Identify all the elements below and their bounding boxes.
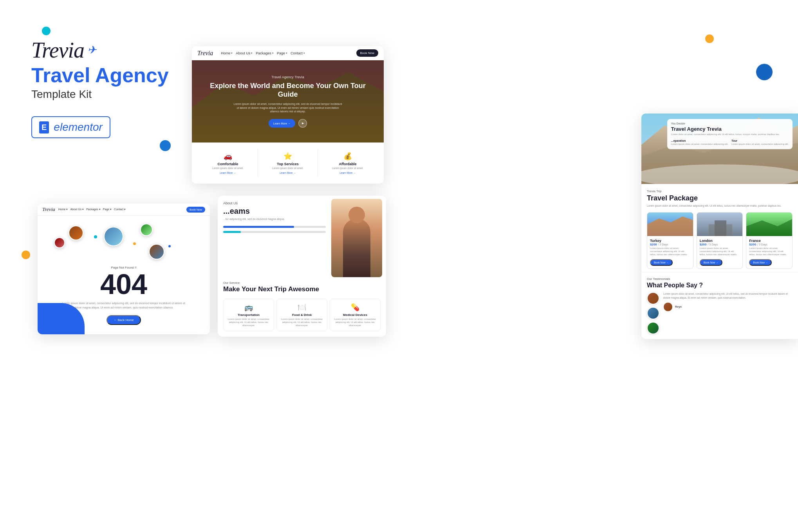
circle-4 bbox=[54, 237, 65, 248]
hero-label: Travel Agency Trevia bbox=[271, 75, 304, 79]
agency-title: Travel Agency Trevia bbox=[671, 126, 789, 132]
back-home-btn[interactable]: ← Back Home bbox=[107, 315, 141, 325]
france-book-btn[interactable]: Book Now → bbox=[749, 259, 772, 266]
404-nav-logo: Trevia bbox=[42, 206, 55, 213]
testimonials-title: What People Say ? bbox=[647, 282, 793, 289]
svg-point-1 bbox=[641, 164, 798, 184]
nav-item-about[interactable]: About Us ▾ bbox=[236, 51, 253, 55]
brand-tagline-main: Travel Agency bbox=[31, 64, 180, 87]
dot-blue-right bbox=[756, 64, 773, 80]
test-avatars bbox=[647, 292, 659, 334]
france-card-img bbox=[746, 213, 792, 236]
tour-text: Lorem ipsum dolor sit amet, consectetur … bbox=[731, 143, 789, 146]
hero-bg bbox=[192, 60, 384, 142]
svc-food: 🍽️ Food & Drink Lorem ipsum dolor sit am… bbox=[276, 299, 327, 331]
hero-buttons: Learn More → ▶ bbox=[269, 119, 307, 128]
404-nav-packages[interactable]: Packages ▾ bbox=[86, 208, 101, 211]
404-nav-about[interactable]: About Us ▾ bbox=[70, 208, 84, 211]
transportation-icon: 🚌 bbox=[226, 303, 271, 312]
feature-comfortable-link[interactable]: Learn More → bbox=[201, 171, 255, 174]
france-duration: / 3 Days bbox=[757, 243, 767, 246]
person-image-col bbox=[331, 196, 386, 277]
services-label-section: Our Service Make Your Next Trip Awesome bbox=[218, 277, 386, 296]
food-title: Food & Drink bbox=[279, 313, 325, 317]
404-book-btn[interactable]: Book Now bbox=[186, 207, 205, 213]
tp-sub-label: Trevia Trip bbox=[647, 189, 793, 193]
404-nav-home[interactable]: Home ▾ bbox=[58, 208, 68, 211]
you-decide-label: You Decide bbox=[671, 122, 789, 125]
about-preview-card: About Us ...eams ...tur adipiscing elit,… bbox=[218, 196, 386, 337]
svc-medical: 💊 Medical Devices Lorem ipsum dolor sit … bbox=[330, 299, 381, 331]
preparation-col: ...eparation Lorem ipsum dolor sit amet,… bbox=[671, 139, 728, 146]
404-nav-contact[interactable]: Contact ▾ bbox=[114, 208, 126, 211]
turkey-svg bbox=[647, 213, 693, 236]
london-card-img bbox=[697, 213, 743, 236]
france-svg bbox=[746, 213, 793, 236]
london-book-btn[interactable]: Book Now → bbox=[700, 259, 722, 266]
404-number: 404 bbox=[47, 270, 200, 298]
feature-affordable: 💰 Affordable Lorem ipsum dolor sit amet.… bbox=[318, 149, 377, 177]
dot-yellow-left bbox=[22, 251, 30, 259]
tp-cards-row: Turkey $200 / 3 Days Lorem ipsum dolor s… bbox=[647, 212, 793, 269]
tp-card-turkey: Turkey $200 / 3 Days Lorem ipsum dolor s… bbox=[647, 212, 693, 269]
circle-1 bbox=[69, 225, 83, 240]
you-decide-card: You Decide Travel Agency Trevia Lorem do… bbox=[667, 119, 793, 149]
pb2-fill bbox=[223, 231, 241, 233]
turkey-card-body: Turkey $200 / 3 Days Lorem ipsum dolor s… bbox=[647, 236, 693, 269]
feature-top-services-desc: Lorem ipsum dolor sit amet. bbox=[261, 167, 314, 170]
turkey-book-btn[interactable]: Book Now → bbox=[650, 259, 673, 266]
comfortable-icon: 🚗 bbox=[201, 152, 255, 161]
feature-comfortable-desc: Lorem ipsum dolor sit amet. bbox=[201, 167, 255, 170]
main-preview-card: Trevia Home ▾ About Us ▾ Packages ▾ Page… bbox=[192, 46, 384, 184]
tour-col: Tour Lorem ipsum dolor sit amet, consect… bbox=[731, 139, 789, 146]
avatar-2 bbox=[647, 307, 659, 319]
progress-bar-1 bbox=[223, 226, 326, 228]
services-label: Our Service bbox=[223, 281, 381, 285]
feature-affordable-title: Affordable bbox=[321, 162, 374, 166]
nav-logo: Trevia bbox=[197, 50, 213, 57]
london-card-body: London $200 / 3 Days Lorem ipsum dolor s… bbox=[697, 236, 743, 269]
404-nav-items: Home ▾ About Us ▾ Packages ▾ Page ▾ Cont… bbox=[58, 208, 183, 211]
nav-book-now-btn[interactable]: Book Now bbox=[356, 49, 378, 57]
dot-yellow-top bbox=[705, 34, 714, 43]
avatar-3 bbox=[647, 322, 659, 334]
food-icon: 🍽️ bbox=[279, 303, 325, 312]
medical-title: Medical Devices bbox=[332, 313, 378, 317]
floating-circles bbox=[47, 224, 200, 263]
tp-title: Travel Package bbox=[647, 194, 793, 202]
circle-3 bbox=[140, 224, 153, 236]
feature-top-services: ⭐ Top Services Lorem ipsum dolor sit ame… bbox=[258, 149, 318, 177]
food-desc: Lorem ipsum dolor sit amet, consectetur … bbox=[279, 318, 325, 327]
hero-section: Travel Agency Trevia Explore the World a… bbox=[192, 60, 384, 142]
feature-top-services-title: Top Services bbox=[261, 162, 314, 166]
nav-item-page[interactable]: Page ▾ bbox=[277, 51, 287, 55]
nav-item-packages[interactable]: Packages ▾ bbox=[256, 51, 274, 55]
tour-label: Tour bbox=[731, 139, 789, 142]
hero-learn-more-btn[interactable]: Learn More → bbox=[269, 119, 296, 128]
test-person-avatars bbox=[663, 302, 673, 312]
turkey-card-img bbox=[647, 213, 693, 236]
medical-icon: 💊 bbox=[332, 303, 378, 312]
hero-title: Explore the World and Become Your Own To… bbox=[200, 81, 376, 99]
dot-blue-mid bbox=[160, 140, 171, 151]
medical-desc: Lorem ipsum dolor sit amet, consectetur … bbox=[332, 318, 378, 327]
nav-item-home[interactable]: Home ▾ bbox=[221, 51, 233, 55]
feature-affordable-link[interactable]: Learn More → bbox=[321, 171, 374, 174]
feature-comfortable: 🚗 Comfortable Lorem ipsum dolor sit amet… bbox=[198, 149, 258, 177]
progress-bar-2 bbox=[223, 231, 326, 233]
about-text-col: About Us ...eams ...tur adipiscing elit,… bbox=[218, 196, 331, 277]
transportation-title: Transportation bbox=[226, 313, 271, 317]
404-description: Lorem ipsum dolor sit amet, consectetur … bbox=[61, 301, 186, 310]
london-desc: Lorem ipsum dolor sit amet, consectetur … bbox=[700, 247, 740, 256]
reviewer-avatar bbox=[663, 302, 673, 312]
hero-play-btn[interactable]: ▶ bbox=[298, 119, 307, 128]
test-text: Lorem ipsum dolor sit amet, consectetur … bbox=[663, 292, 793, 334]
elementor-badge: E elementor bbox=[31, 116, 110, 138]
404-nav-bar: Trevia Home ▾ About Us ▾ Packages ▾ Page… bbox=[38, 204, 210, 216]
feature-top-services-link[interactable]: Learn More → bbox=[261, 171, 314, 174]
right-preview-panel: You Decide Travel Agency Trevia Lorem do… bbox=[641, 114, 798, 339]
agency-desc: Lorem dolor sit amet, consectetur adipis… bbox=[671, 133, 789, 136]
nav-item-contact[interactable]: Contact ▾ bbox=[291, 51, 305, 55]
404-nav-page[interactable]: Page ▾ bbox=[103, 208, 112, 211]
tp-desc: Lorem ipsum dolor sit amet, consectetur … bbox=[647, 204, 793, 207]
